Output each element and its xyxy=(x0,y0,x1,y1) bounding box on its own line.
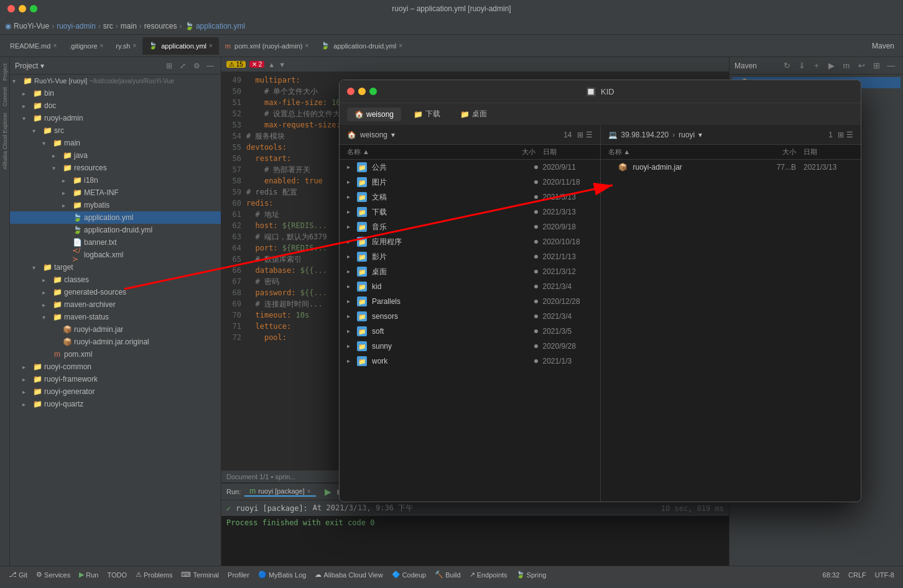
tab-rysh-close[interactable]: × xyxy=(132,42,136,49)
tab-druid-yml[interactable]: 🍃 application-druid.yml × xyxy=(315,37,409,55)
tree-item-ruoyi-generator[interactable]: ▸ 📁 ruoyi-generator xyxy=(10,385,221,398)
maven-close-icon[interactable]: — xyxy=(884,59,898,73)
statusbar-problems[interactable]: ⚠ Problems xyxy=(132,566,176,583)
tree-item-ruoyi-admin[interactable]: ▾ 📁 ruoyi-admin xyxy=(10,112,221,124)
tree-item-maven-archiver[interactable]: ▸ 📁 maven-archiver xyxy=(10,298,221,311)
list-item[interactable]: ▸ 📁 Parallels 2020/12/28 xyxy=(340,294,600,309)
tab-application-yml-close[interactable]: × xyxy=(209,42,213,49)
list-item[interactable]: ▸ 📁 sensors 2021/3/4 xyxy=(340,309,600,324)
statusbar-mybatis[interactable]: 🔵 MyBatis Log xyxy=(254,566,310,583)
list-item[interactable]: ▸ 📁 soft 2021/3/5 xyxy=(340,324,600,339)
breadcrumb-item-1[interactable]: RuoYi-Vue xyxy=(14,22,49,30)
sidebar-align-icon[interactable]: ⊞ xyxy=(164,60,175,71)
list-item[interactable]: ▸ 📁 应用程序 2020/10/18 xyxy=(340,234,600,249)
tree-item-meta-inf[interactable]: ▸ 📁 META-INF xyxy=(10,186,221,199)
list-item[interactable]: ▸ 📁 影片 2021/1/13 xyxy=(340,249,600,264)
breadcrumb-item-6[interactable]: 🍃 application.yml xyxy=(185,22,246,30)
sidebar-gear-icon[interactable]: ⚙ xyxy=(191,60,202,71)
tree-item-classes[interactable]: ▸ 📁 classes xyxy=(10,273,221,286)
tree-item-doc[interactable]: ▸ 📁 doc xyxy=(10,99,221,112)
breadcrumb-item-4[interactable]: main xyxy=(121,22,137,30)
sidebar-expand-icon[interactable]: ⤢ xyxy=(177,60,188,71)
maximize-button[interactable] xyxy=(30,5,37,12)
tree-item-i18n[interactable]: ▸ 📁 i18n xyxy=(10,174,221,186)
tree-item-ruoyi-vue[interactable]: ▾ 📁 RuoYi-Vue [ruoyi] ~/kid/code/java/yu… xyxy=(10,75,221,87)
tree-item-pom-xml[interactable]: m pom.xml xyxy=(10,348,221,361)
maven-run-icon[interactable]: ▶ xyxy=(825,59,838,73)
statusbar-run[interactable]: ▶ Run xyxy=(75,566,102,583)
list-item[interactable]: ▸ 📁 图片 2020/11/18 xyxy=(340,175,600,190)
kid-right-list-icon[interactable]: ☰ xyxy=(846,131,853,139)
list-item[interactable]: ▸ 📁 work 2021/1/3 xyxy=(340,354,600,369)
tab-gitignore[interactable]: .gitignore × xyxy=(63,37,109,55)
breadcrumb-item-2[interactable]: ruoyi-admin xyxy=(57,22,96,30)
tree-item-ruoyi-framework[interactable]: ▸ 📁 ruoyi-framework xyxy=(10,373,221,385)
kid-tab-weisong[interactable]: 🏠 weisong xyxy=(347,108,401,121)
list-item[interactable]: ▸ 📁 公共 2020/9/11 xyxy=(340,160,600,175)
tree-item-generated-sources[interactable]: ▸ 📁 generated-sources xyxy=(10,286,221,298)
breadcrumb-item-3[interactable]: src xyxy=(103,22,113,30)
statusbar-line-col[interactable]: 68:32 xyxy=(819,571,844,579)
statusbar-encoding[interactable]: UTF-8 xyxy=(871,571,898,579)
tab-rysh[interactable]: ry.sh × xyxy=(109,37,142,55)
maven-back-icon[interactable]: ↩ xyxy=(854,59,868,73)
maven-download-icon[interactable]: ⇓ xyxy=(795,59,808,73)
list-item[interactable]: 📦 ruoyi-admin.jar 77...B 2021/3/13 xyxy=(601,160,861,175)
statusbar-services[interactable]: ⚙ Services xyxy=(32,566,74,583)
run-tab-close[interactable]: × xyxy=(307,488,311,495)
run-active-tab[interactable]: m ruoyi [package] × xyxy=(244,487,315,497)
kid-left-dropdown-icon[interactable]: ▾ xyxy=(391,131,395,139)
tab-readme-close[interactable]: × xyxy=(53,42,57,49)
tab-gitignore-close[interactable]: × xyxy=(100,42,104,49)
tree-item-maven-status[interactable]: ▾ 📁 maven-status xyxy=(10,311,221,323)
kid-right-grid-icon[interactable]: ⊞ xyxy=(838,131,844,139)
maven-add-icon[interactable]: + xyxy=(810,59,823,73)
statusbar-profiler[interactable]: Profiler xyxy=(224,566,253,583)
tree-item-resources[interactable]: ▾ 📁 resources xyxy=(10,162,221,174)
tree-item-logback[interactable]: ≺/≻ logback.xml xyxy=(10,249,221,261)
tree-item-bin[interactable]: ▸ 📁 bin xyxy=(10,87,221,99)
statusbar-build[interactable]: 🔨 Build xyxy=(431,566,464,583)
statusbar-git[interactable]: ⎇ Git xyxy=(5,566,31,583)
commit-vtab[interactable]: Commit xyxy=(1,86,9,108)
kid-left-grid-icon[interactable]: ⊞ xyxy=(577,131,583,139)
list-item[interactable]: ▸ 📁 文稿 2021/3/13 xyxy=(340,190,600,204)
kid-tab-download[interactable]: 📁 下载 xyxy=(406,106,448,122)
tree-item-mybatis[interactable]: ▸ 📁 mybatis xyxy=(10,199,221,211)
kid-maximize-button[interactable] xyxy=(369,88,377,95)
tree-item-java[interactable]: ▸ 📁 java xyxy=(10,149,221,162)
statusbar-spring[interactable]: 🍃 Spring xyxy=(512,566,550,583)
tree-item-ruoyi-common[interactable]: ▸ 📁 ruoyi-common xyxy=(10,361,221,373)
tab-druid-yml-close[interactable]: × xyxy=(399,42,402,49)
cloud-vtab[interactable]: Alibaba Cloud Explorer xyxy=(1,111,9,171)
tab-pom-xml[interactable]: m pom.xml (ruoyi-admin) × xyxy=(219,37,315,55)
statusbar-endpoints[interactable]: ↗ Endpoints xyxy=(466,566,511,583)
maven-table-icon[interactable]: ⊞ xyxy=(869,59,883,73)
tree-item-banner[interactable]: 📄 banner.txt xyxy=(10,236,221,249)
tab-application-yml[interactable]: 🍃 application.yml × xyxy=(142,37,219,55)
maven-m-icon[interactable]: m xyxy=(840,59,853,73)
tree-item-ruoyi-quartz[interactable]: ▸ 📁 ruoyi-quartz xyxy=(10,398,221,410)
close-button[interactable] xyxy=(7,5,15,12)
down-arrow-icon[interactable]: ▼ xyxy=(279,61,285,68)
statusbar-line-sep[interactable]: CRLF xyxy=(845,571,870,579)
tree-item-main[interactable]: ▾ 📁 main xyxy=(10,137,221,149)
tree-item-application-yml[interactable]: 🍃 application.yml xyxy=(10,211,221,224)
maven-refresh-icon[interactable]: ↻ xyxy=(780,59,794,73)
tree-item-ruoyi-jar[interactable]: 📦 ruoyi-admin.jar xyxy=(10,323,221,336)
list-item[interactable]: ▸ 📁 音乐 2020/9/18 xyxy=(340,219,600,234)
statusbar-codeup[interactable]: 🔷 Codeup xyxy=(388,566,430,583)
kid-right-dropdown-icon[interactable]: ▾ xyxy=(698,131,702,139)
tree-item-src[interactable]: ▾ 📁 src xyxy=(10,124,221,137)
tree-item-application-druid[interactable]: 🍃 application-druid.yml xyxy=(10,224,221,236)
up-arrow-icon[interactable]: ▲ xyxy=(268,61,275,68)
tree-item-ruoyi-jar-original[interactable]: 📦 ruoyi-admin.jar.original xyxy=(10,336,221,348)
kid-left-list-icon[interactable]: ☰ xyxy=(586,131,593,139)
list-item[interactable]: ▸ 📁 桌面 2021/3/12 xyxy=(340,264,600,279)
project-vtab[interactable]: Project xyxy=(1,62,9,82)
minimize-button[interactable] xyxy=(19,5,26,12)
list-item[interactable]: ▸ 📁 sunny 2020/9/28 xyxy=(340,339,600,354)
list-item[interactable]: ▸ 📁 下载 2021/3/13 xyxy=(340,204,600,219)
run-play-icon[interactable]: ▶ xyxy=(325,487,331,497)
tab-pom-xml-close[interactable]: × xyxy=(305,42,308,49)
